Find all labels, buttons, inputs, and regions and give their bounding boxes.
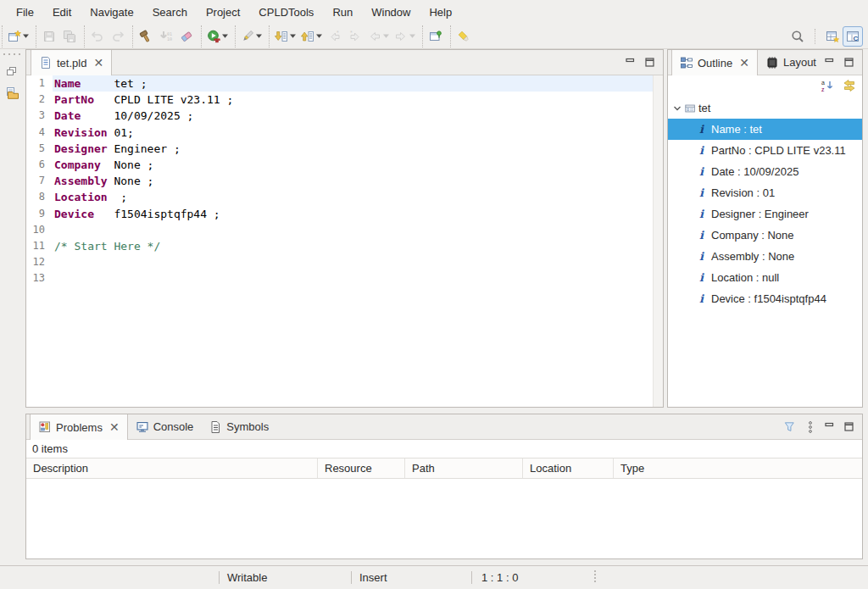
tab-layout[interactable]: Layout — [758, 50, 824, 75]
minimized-view-strip — [0, 49, 24, 408]
code-line-6[interactable]: 6Company None ; — [26, 157, 653, 173]
redo-button[interactable] — [108, 26, 128, 47]
menu-project[interactable]: Project — [197, 2, 249, 23]
highlight-button[interactable] — [453, 26, 474, 47]
outline-item[interactable]: iRevision : 01 — [668, 182, 862, 203]
column-header-description[interactable]: Description — [26, 458, 318, 478]
code-line-3[interactable]: 3Date 10/09/2025 ; — [26, 108, 653, 124]
new-wizard-button[interactable] — [5, 26, 31, 47]
undo-button[interactable] — [87, 26, 108, 47]
save-all-button[interactable] — [59, 26, 80, 47]
code-line-13[interactable]: 13 — [26, 270, 653, 286]
tab-console[interactable]: Console — [128, 414, 202, 439]
next-annotation-button[interactable] — [272, 26, 298, 47]
close-icon[interactable]: ✕ — [93, 57, 103, 69]
open-perspective-button[interactable] — [822, 26, 843, 47]
build-button[interactable] — [136, 26, 156, 47]
tab-problems[interactable]: Problems ✕ — [30, 414, 128, 440]
external-tools-dropdown-caret[interactable] — [256, 34, 262, 38]
tab-outline[interactable]: Outline ✕ — [671, 50, 758, 75]
minimize-button[interactable] — [626, 58, 635, 67]
run-dropdown-caret[interactable] — [222, 34, 228, 38]
maximize-button[interactable] — [844, 422, 854, 431]
info-icon: i — [699, 123, 705, 136]
toolbar-group — [201, 25, 233, 47]
code-line-10[interactable]: 10 — [26, 222, 653, 238]
new-wizard-dropdown-caret[interactable] — [23, 34, 29, 38]
outline-view-toolbar: az — [668, 75, 862, 97]
code-line-5[interactable]: 5Designer Engineer ; — [26, 141, 653, 157]
external-tools-button[interactable] — [238, 26, 264, 47]
project-explorer-button[interactable] — [2, 83, 22, 103]
column-header-resource[interactable]: Resource — [318, 458, 405, 478]
column-header-path[interactable]: Path — [405, 458, 523, 478]
drag-handle[interactable] — [3, 53, 20, 56]
outline-item[interactable]: iDate : 10/09/2025 — [668, 161, 862, 182]
editor-lines[interactable]: 1Name tet ;2PartNo CPLD LITE v23.11 ;3Da… — [26, 75, 653, 407]
outline-item[interactable]: iLocation : null — [668, 267, 862, 288]
code-line-4[interactable]: 4Revision 01; — [26, 125, 653, 141]
menu-navigate[interactable]: Navigate — [81, 2, 142, 23]
outline-root[interactable]: tet — [668, 97, 862, 119]
code-line-8[interactable]: 8Location ; — [26, 189, 653, 205]
minimize-button[interactable] — [825, 422, 834, 431]
menu-help[interactable]: Help — [420, 2, 461, 23]
close-icon[interactable]: ✕ — [739, 57, 749, 69]
previous-annotation-dropdown-caret[interactable] — [316, 34, 322, 38]
menu-window[interactable]: Window — [362, 2, 420, 23]
editor-tab-tet-pld[interactable]: tet.pld ✕ — [31, 50, 112, 75]
toolbar-group: ** — [269, 25, 420, 47]
save-button[interactable] — [39, 26, 59, 47]
previous-annotation-button[interactable] — [298, 26, 325, 47]
code-line-7[interactable]: 7Assembly None ; — [26, 173, 653, 189]
column-header-type[interactable]: Type — [614, 458, 862, 478]
compile-button[interactable]: 0110 — [156, 26, 176, 47]
menu-file[interactable]: File — [7, 2, 43, 23]
svg-text:z: z — [821, 86, 825, 92]
forward-button[interactable] — [392, 26, 418, 47]
maximize-button[interactable] — [645, 58, 654, 67]
cpld-perspective-button[interactable]: C — [843, 26, 863, 47]
code-line-2[interactable]: 2PartNo CPLD LITE v23.11 ; — [26, 92, 653, 108]
restore-view-button[interactable] — [2, 61, 22, 81]
column-header-location[interactable]: Location — [523, 458, 614, 478]
statusbar-grip[interactable] — [594, 570, 596, 582]
maximize-button[interactable] — [844, 58, 854, 67]
outline-item[interactable]: iDesigner : Engineer — [668, 203, 862, 225]
editor-scrollbar[interactable] — [653, 75, 663, 407]
menu-cpldtools[interactable]: CPLDTools — [249, 2, 323, 23]
filter-button[interactable] — [783, 420, 796, 433]
outline-item[interactable]: iPartNo : CPLD LITE v23.11 — [668, 140, 862, 161]
pin-editor-button[interactable] — [426, 26, 446, 47]
menu-run[interactable]: Run — [323, 2, 362, 23]
build-icon — [139, 30, 153, 43]
run-button[interactable] — [204, 26, 231, 47]
forward-edit-location-button[interactable]: * — [345, 26, 365, 47]
tab-symbols[interactable]: Symbols — [201, 414, 276, 439]
open-perspective-icon — [826, 30, 839, 43]
menu-search[interactable]: Search — [143, 2, 197, 23]
outline-item[interactable]: iName : tet — [668, 119, 862, 140]
view-menu-icon[interactable] — [806, 420, 815, 434]
code-line-1[interactable]: 1Name tet ; — [26, 75, 653, 92]
last-edit-location-button[interactable]: * — [325, 26, 345, 47]
chevron-down-icon[interactable] — [672, 103, 682, 114]
menu-edit[interactable]: Edit — [43, 2, 81, 23]
outline-item[interactable]: iDevice : f1504isptqfp44 — [668, 288, 862, 309]
close-icon[interactable]: ✕ — [109, 421, 120, 433]
outline-item[interactable]: iCompany : None — [668, 225, 862, 246]
erase-button[interactable] — [176, 26, 197, 47]
next-annotation-dropdown-caret[interactable] — [290, 34, 296, 38]
search-button[interactable] — [787, 26, 808, 47]
code-line-11[interactable]: 11/* Start Here */ — [26, 238, 653, 254]
back-dropdown-caret[interactable] — [383, 34, 389, 38]
outline-item[interactable]: iAssembly : None — [668, 246, 862, 267]
code-line-9[interactable]: 9Device f1504isptqfp44 ; — [26, 206, 653, 222]
minimize-button[interactable] — [825, 58, 834, 67]
link-with-editor-button[interactable] — [842, 80, 857, 93]
forward-edit-location-icon: * — [348, 30, 362, 43]
forward-dropdown-caret[interactable] — [409, 34, 415, 38]
code-line-12[interactable]: 12 — [26, 254, 653, 270]
sort-button[interactable]: az — [820, 80, 835, 93]
back-button[interactable] — [365, 26, 392, 47]
